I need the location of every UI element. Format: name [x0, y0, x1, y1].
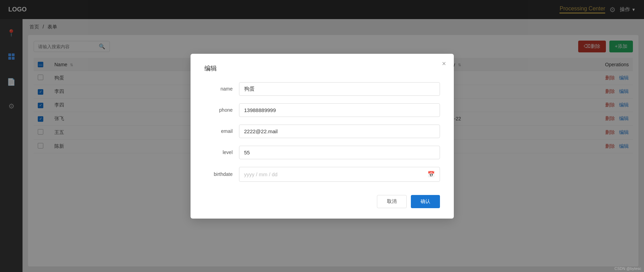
form-row-name: name	[204, 82, 440, 96]
birthdate-placeholder: yyyy / mm / dd	[244, 171, 278, 177]
form-row-level: level	[204, 146, 440, 159]
cancel-button[interactable]: 取消	[377, 195, 407, 208]
phone-input[interactable]	[239, 103, 440, 117]
birthdate-label: birthdate	[204, 171, 239, 177]
name-input[interactable]	[239, 82, 440, 96]
form-row-phone: phone	[204, 103, 440, 117]
calendar-icon: 📅	[427, 171, 435, 178]
modal-title: 编辑	[204, 64, 440, 73]
form-row-email: email	[204, 125, 440, 138]
confirm-button[interactable]: 确认	[411, 195, 440, 208]
name-label: name	[204, 86, 239, 92]
modal-footer: 取消 确认	[204, 189, 440, 208]
modal-overlay: 编辑 × name phone email level birthdate yy…	[0, 0, 644, 272]
level-input[interactable]	[239, 146, 440, 159]
birthdate-input[interactable]: yyyy / mm / dd 📅	[239, 167, 440, 182]
level-label: level	[204, 150, 239, 155]
phone-label: phone	[204, 107, 239, 113]
edit-modal: 编辑 × name phone email level birthdate yy…	[191, 54, 454, 219]
watermark: CSDN @bytesc	[615, 266, 641, 271]
form-row-birthdate: birthdate yyyy / mm / dd 📅	[204, 167, 440, 182]
email-input[interactable]	[239, 125, 440, 138]
modal-close-button[interactable]: ×	[442, 60, 446, 67]
email-label: email	[204, 128, 239, 134]
